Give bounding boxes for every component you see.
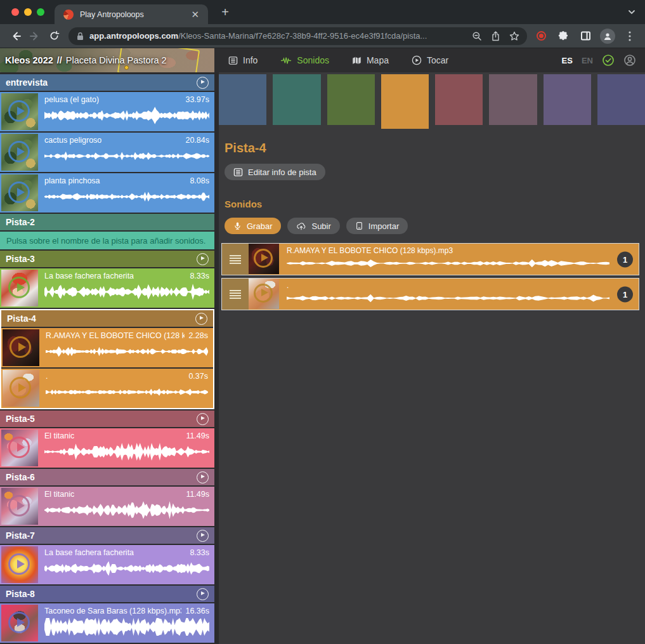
back-icon[interactable] <box>6 27 25 46</box>
sound-thumbnail[interactable] <box>1 430 38 466</box>
track-name[interactable]: Pista-4 <box>7 313 195 324</box>
track-play-button[interactable] <box>197 588 209 600</box>
close-window-button[interactable] <box>11 8 19 16</box>
subir-button[interactable]: Subir <box>287 218 339 234</box>
extensions-puzzle-icon[interactable] <box>554 27 572 45</box>
url-bar[interactable]: app.antropoloops.com/Kleos-Santa-Marina/… <box>68 27 527 45</box>
nav-item-tocar[interactable]: Tocar <box>412 55 448 65</box>
track-header[interactable]: Pista-7 <box>0 527 214 544</box>
sound-thumbnail[interactable] <box>1 134 38 171</box>
side-panel-icon[interactable] <box>577 27 594 45</box>
language-toggle-en[interactable]: EN <box>582 56 593 65</box>
play-overlay-icon[interactable] <box>8 141 30 162</box>
track-name[interactable]: Pista-3 <box>6 254 197 264</box>
track-header[interactable]: Pista-5 <box>0 411 214 427</box>
nav-item-mapa[interactable]: Mapa <box>352 55 389 65</box>
track-header[interactable]: Pista-6 <box>0 469 214 485</box>
track-name[interactable]: Pista-6 <box>6 472 197 482</box>
track-header[interactable]: entrevista <box>0 74 214 91</box>
language-toggle-es[interactable]: ES <box>562 56 573 65</box>
track-swatch-1[interactable] <box>219 74 266 125</box>
track-swatch-4[interactable] <box>381 74 429 129</box>
track-play-button[interactable] <box>195 313 207 325</box>
project-name[interactable]: Kleos 2022 <box>5 55 53 65</box>
account-icon[interactable] <box>623 54 636 67</box>
play-overlay-icon[interactable] <box>8 181 30 203</box>
share-icon[interactable] <box>491 31 500 41</box>
play-overlay-icon[interactable] <box>8 495 30 516</box>
track-swatch-3[interactable] <box>327 74 375 125</box>
sound-row[interactable]: .1 <box>221 278 639 310</box>
track-name[interactable]: Pista-8 <box>6 589 197 599</box>
track-name[interactable]: Pista-5 <box>6 414 197 424</box>
record-extension-icon[interactable] <box>532 27 550 45</box>
browser-tab[interactable]: Play Antropoloops ✕ <box>55 4 208 24</box>
reload-icon[interactable] <box>44 27 63 46</box>
zoom-out-icon[interactable] <box>472 31 482 41</box>
track-play-button[interactable] <box>197 77 209 89</box>
sound-item[interactable]: planta pinchosa8.08s <box>0 173 214 213</box>
track-name[interactable]: entrevista <box>6 77 197 88</box>
play-overlay-icon[interactable] <box>10 377 31 398</box>
bookmark-star-icon[interactable] <box>509 31 519 41</box>
track-header[interactable]: Pista-2 <box>0 214 214 230</box>
new-tab-button[interactable]: + <box>217 5 233 20</box>
track-play-button[interactable] <box>197 253 209 265</box>
sound-thumbnail[interactable] <box>1 605 38 641</box>
track-swatch-5[interactable] <box>435 74 483 125</box>
sound-thumbnail[interactable] <box>1 488 38 525</box>
play-overlay-icon[interactable] <box>8 612 30 633</box>
play-overlay-icon[interactable] <box>254 249 273 268</box>
sound-row[interactable]: R.AMAYA Y EL BOBOTE CHICO (128 kbps).mp3… <box>221 243 639 275</box>
sound-item[interactable]: Taconeo de Sara Baras (128 kbps).mp316.3… <box>0 603 214 643</box>
profile-avatar-icon[interactable] <box>599 27 616 45</box>
track-swatch-8[interactable] <box>597 74 645 125</box>
sound-item[interactable]: cactus peligroso20.84s <box>0 133 214 172</box>
track-swatch-2[interactable] <box>273 74 320 125</box>
drag-handle[interactable] <box>222 244 249 275</box>
track-play-button[interactable] <box>197 530 209 542</box>
track-swatch-6[interactable] <box>489 74 537 125</box>
drag-handle[interactable] <box>222 279 249 310</box>
sound-item[interactable]: El titanic11.49s <box>0 428 214 468</box>
track-swatch-7[interactable] <box>544 74 591 125</box>
sound-item[interactable]: La base fachera facherita8.33s <box>0 268 214 308</box>
sound-item[interactable]: R.AMAYA Y EL BOBOTE CHICO (128 kbps)....… <box>1 328 213 367</box>
play-overlay-icon[interactable] <box>10 336 31 358</box>
play-overlay-icon[interactable] <box>254 284 273 303</box>
nav-item-info[interactable]: Info <box>228 55 257 65</box>
track-name[interactable]: Pista-7 <box>6 530 197 541</box>
sound-thumbnail[interactable] <box>1 174 38 211</box>
sound-item[interactable]: .0.37s <box>1 369 213 408</box>
sound-item[interactable]: pelusa (el gato)33.97s <box>0 92 214 131</box>
minimize-window-button[interactable] <box>24 8 32 16</box>
play-overlay-icon[interactable] <box>8 553 30 575</box>
nav-item-sonidos[interactable]: Sonidos <box>280 55 329 65</box>
sound-thumbnail[interactable] <box>1 546 38 583</box>
browser-menu-icon[interactable] <box>621 27 639 45</box>
track-name[interactable]: Pista-2 <box>6 217 209 227</box>
session-name[interactable]: Placeta Divina Pastora 2 <box>66 55 167 65</box>
track-header[interactable]: Pista-3 <box>0 251 214 267</box>
project-breadcrumb[interactable]: Kleos 2022//Placeta Divina Pastora 2 <box>0 48 214 72</box>
sound-thumbnail[interactable] <box>1 93 38 130</box>
track-header[interactable]: Pista-4 <box>1 310 213 327</box>
play-overlay-icon[interactable] <box>8 100 30 122</box>
sound-thumbnail[interactable] <box>249 244 279 274</box>
sound-thumbnail[interactable] <box>1 270 38 306</box>
track-header[interactable]: Pista-8 <box>0 586 214 602</box>
track-play-button[interactable] <box>197 471 209 483</box>
importar-button[interactable]: Importar <box>346 218 408 234</box>
sound-thumbnail[interactable] <box>3 370 39 407</box>
sound-thumbnail[interactable] <box>3 329 39 366</box>
sound-item[interactable]: La base fachera facherita8.33s <box>0 545 214 584</box>
play-overlay-icon[interactable] <box>8 277 30 298</box>
tab-close-icon[interactable]: ✕ <box>188 9 202 20</box>
sound-thumbnail[interactable] <box>249 279 279 309</box>
play-overlay-icon[interactable] <box>8 437 30 458</box>
forward-icon[interactable] <box>25 27 44 46</box>
zoom-window-button[interactable] <box>37 8 44 16</box>
grabar-button[interactable]: Grabar <box>225 218 281 234</box>
edit-track-info-button[interactable]: Editar info de pista <box>225 164 325 180</box>
sound-item[interactable]: El titanic11.49s <box>0 487 214 526</box>
